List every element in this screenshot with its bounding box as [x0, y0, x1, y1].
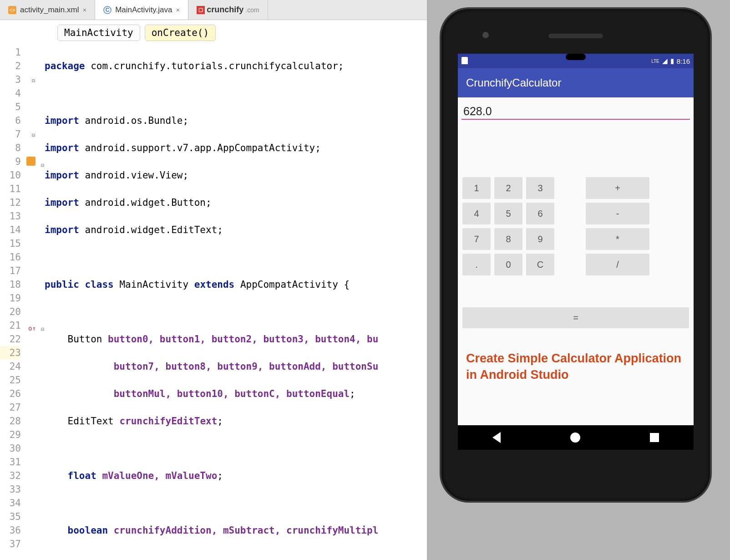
line-number: 17 [0, 264, 21, 278]
key-0[interactable]: 0 [494, 254, 522, 275]
code-area[interactable]: 1 2 3 4 5 6 7 8 9 10 11 12 13 14 15 16 1… [0, 46, 427, 560]
tab-label: activity_main.xml [20, 5, 79, 15]
key-9[interactable]: 9 [526, 228, 554, 250]
app-bar: CrunchifyCalculator [458, 68, 694, 97]
line-number: 21 [0, 319, 21, 332]
line-number: 37 [0, 537, 21, 551]
key-equals[interactable]: = [462, 307, 689, 328]
line-number: 15 [0, 237, 21, 250]
network-label: LTE [651, 59, 659, 64]
line-number: 8 [0, 141, 21, 155]
line-number: 4 [0, 87, 21, 100]
class-marker-icon [26, 157, 35, 166]
line-number: 6 [0, 114, 21, 127]
battery-icon: ▮ [670, 57, 674, 65]
key-clear[interactable]: C [526, 254, 554, 275]
key-dot[interactable]: . [462, 254, 491, 275]
breadcrumb-class[interactable]: MainActivity [57, 25, 140, 41]
line-number: 10 [0, 168, 21, 182]
line-number: 18 [0, 278, 21, 291]
line-number: 9 [0, 155, 21, 168]
android-nav-bar [458, 425, 694, 450]
recents-button-icon[interactable] [650, 433, 659, 442]
tab-crunchify-brand[interactable]: ▢ crunchify.com [188, 0, 268, 20]
line-number: 30 [0, 442, 21, 455]
line-number: 19 [0, 291, 21, 305]
caption-text: Create Simple Calculator Application in … [460, 328, 692, 383]
key-8[interactable]: 8 [494, 228, 522, 250]
app-body: 1 2 3 4 5 6 7 8 9 . 0 C + [458, 97, 694, 425]
key-6[interactable]: 6 [526, 203, 554, 224]
sd-card-icon [461, 57, 468, 64]
fold-collapse-icon[interactable]: ⊟ [32, 74, 38, 80]
line-number: 25 [0, 373, 21, 387]
line-number: 12 [0, 196, 21, 209]
close-icon[interactable]: × [176, 6, 180, 14]
signal-bars-icon: ◢ [662, 57, 668, 65]
java-class-icon: C [103, 6, 112, 14]
line-number: 5 [0, 100, 21, 114]
key-3[interactable]: 3 [526, 177, 554, 199]
line-number: 2 [0, 59, 21, 73]
key-1[interactable]: 1 [462, 177, 491, 199]
phone-frame: LTE ◢ ▮ 8:16 CrunchifyCalculator 1 2 3 4 [441, 9, 710, 501]
editor-tab-bar: <> activity_main.xml × C MainActivity.ja… [0, 0, 427, 20]
code-editor-panel: <> activity_main.xml × C MainActivity.ja… [0, 0, 427, 560]
line-number: 23 [0, 346, 21, 360]
line-number: 24 [0, 360, 21, 373]
brand-ext: .com [245, 6, 259, 14]
brand-name: crunchify [207, 5, 243, 15]
key-minus[interactable]: - [586, 203, 649, 224]
tab-label: MainActivity.java [115, 5, 172, 15]
line-number-gutter: 1 2 3 4 5 6 7 8 9 10 11 12 13 14 15 16 1… [0, 46, 26, 560]
key-multiply[interactable]: * [586, 228, 649, 250]
line-number: 16 [0, 250, 21, 264]
back-button-icon[interactable] [492, 432, 501, 443]
line-number: 3 [0, 73, 21, 87]
line-number: 14 [0, 223, 21, 237]
key-plus[interactable]: + [586, 177, 649, 199]
digit-keypad: 1 2 3 4 5 6 7 8 9 . 0 C [462, 177, 554, 275]
sensor-slit-icon [566, 54, 586, 60]
line-number: 34 [0, 496, 21, 510]
phone-screen: LTE ◢ ▮ 8:16 CrunchifyCalculator 1 2 3 4 [458, 54, 694, 450]
keypad: 1 2 3 4 5 6 7 8 9 . 0 C + [460, 177, 692, 275]
key-5[interactable]: 5 [494, 203, 522, 224]
line-number: 11 [0, 182, 21, 196]
camera-dot-icon [482, 32, 489, 38]
line-number: 35 [0, 510, 21, 524]
key-4[interactable]: 4 [462, 203, 491, 224]
clock: 8:16 [677, 57, 690, 65]
line-number: 13 [0, 209, 21, 223]
key-7[interactable]: 7 [462, 228, 491, 250]
line-number: 28 [0, 414, 21, 428]
line-number: 26 [0, 387, 21, 401]
breadcrumb-method[interactable]: onCreate() [145, 25, 216, 41]
speaker-slit-icon [548, 34, 603, 38]
close-icon[interactable]: × [82, 6, 86, 14]
fold-expand-icon[interactable]: ⊟ [32, 128, 38, 135]
tab-activity-xml[interactable]: <> activity_main.xml × [0, 0, 95, 20]
breadcrumb: MainActivity onCreate() [0, 20, 427, 46]
tab-main-activity-java[interactable]: C MainActivity.java × [95, 0, 188, 20]
line-number: 29 [0, 428, 21, 442]
operator-keypad: + - * / [586, 177, 649, 275]
override-marker-icon: o↑ [28, 321, 36, 335]
key-divide[interactable]: / [586, 254, 649, 275]
fold-marker-column: ⊟ ⊟ ⊟ o↑ ⊟ [26, 46, 45, 560]
line-number: 22 [0, 332, 21, 346]
line-number: 33 [0, 483, 21, 496]
line-number: 32 [0, 469, 21, 483]
home-button-icon[interactable] [570, 433, 580, 443]
line-number: 27 [0, 401, 21, 414]
line-number: 1 [0, 46, 21, 59]
line-number: 36 [0, 524, 21, 537]
phone-emulator: LTE ◢ ▮ 8:16 CrunchifyCalculator 1 2 3 4 [437, 0, 715, 501]
key-2[interactable]: 2 [494, 177, 522, 199]
code-body[interactable]: package com.crunchify.tutorials.crunchif… [45, 46, 427, 560]
line-number: 31 [0, 455, 21, 469]
crunchify-logo-icon: ▢ [197, 6, 205, 14]
calculator-display-field[interactable] [461, 102, 690, 120]
line-number: 7 [0, 127, 21, 141]
xml-file-icon: <> [8, 6, 16, 14]
